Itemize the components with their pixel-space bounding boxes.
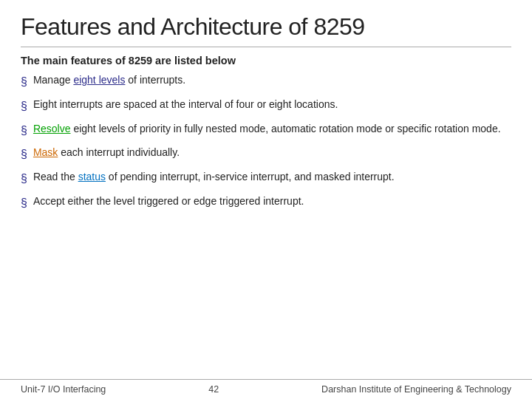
list-item: §Accept either the level triggered or ed… bbox=[21, 194, 511, 213]
list-item-text: Manage eight levels of interrupts. bbox=[33, 72, 511, 89]
normal-text: Read the bbox=[33, 171, 78, 183]
highlight-orange: Mask bbox=[33, 146, 58, 158]
list-item: §Read the status of pending interrupt, i… bbox=[21, 169, 511, 188]
bullet-icon: § bbox=[21, 194, 27, 213]
normal-text: each interrupt individually. bbox=[58, 146, 180, 158]
normal-text: Manage bbox=[33, 74, 73, 86]
list-item-text: Eight interrupts are spaced at the inter… bbox=[33, 97, 511, 113]
normal-text: Eight interrupts are spaced at the inter… bbox=[33, 98, 338, 110]
normal-text: eight levels of priority in fully nested… bbox=[71, 123, 501, 134]
list-item: §Resolve eight levels of priority in ful… bbox=[21, 121, 511, 140]
list-item-text: Accept either the level triggered or edg… bbox=[33, 194, 511, 210]
bullet-icon: § bbox=[21, 73, 27, 92]
footer-right: Darshan Institute of Engineering & Techn… bbox=[321, 384, 511, 395]
bullet-icon: § bbox=[21, 170, 27, 188]
main-content: Features and Architecture of 8259 The ma… bbox=[0, 0, 532, 379]
normal-text: of pending interrupt, in-service interru… bbox=[106, 171, 395, 183]
bullet-list: §Manage eight levels of interrupts.§Eigh… bbox=[21, 72, 511, 213]
list-item-text: Mask each interrupt individually. bbox=[33, 145, 511, 161]
list-item: §Manage eight levels of interrupts. bbox=[21, 72, 511, 92]
list-item: §Mask each interrupt individually. bbox=[21, 145, 511, 164]
highlight-green: Resolve bbox=[33, 123, 71, 134]
list-item-text: Read the status of pending interrupt, in… bbox=[33, 169, 511, 185]
normal-text: Accept either the level triggered or edg… bbox=[33, 195, 304, 207]
footer-center: 42 bbox=[208, 384, 219, 395]
highlight-blue: eight levels bbox=[73, 74, 125, 86]
bullet-icon: § bbox=[21, 146, 27, 164]
page-title: Features and Architecture of 8259 bbox=[21, 13, 511, 41]
normal-text: of interrupts. bbox=[125, 74, 185, 86]
footer: Unit-7 I/O Interfacing 42 Darshan Instit… bbox=[0, 379, 532, 399]
bullet-icon: § bbox=[21, 98, 27, 116]
list-item-text: Resolve eight levels of priority in full… bbox=[33, 121, 511, 137]
list-item: §Eight interrupts are spaced at the inte… bbox=[21, 97, 511, 116]
bullet-icon: § bbox=[21, 122, 27, 140]
highlight-status: status bbox=[78, 171, 106, 183]
title-divider bbox=[21, 47, 511, 47]
subtitle: The main features of 8259 are listed bel… bbox=[21, 55, 511, 66]
footer-left: Unit-7 I/O Interfacing bbox=[21, 384, 106, 395]
